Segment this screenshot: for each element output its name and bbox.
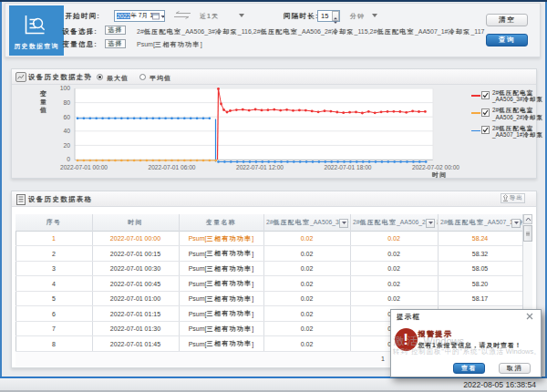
svg-text:2022-07-01 18:00: 2022-07-01 18:00 xyxy=(324,164,371,170)
svg-text:0: 0 xyxy=(67,156,70,162)
svg-text:20: 20 xyxy=(63,142,70,149)
svg-text:60: 60 xyxy=(63,114,70,120)
svg-text:变: 变 xyxy=(39,90,48,98)
svg-text:2022-07-01 12:00: 2022-07-01 12:00 xyxy=(236,164,284,170)
svg-text:40: 40 xyxy=(63,128,70,134)
svg-text:2022-07-01 06:00: 2022-07-01 06:00 xyxy=(148,164,195,170)
svg-text:时间: 时间 xyxy=(432,171,448,179)
svg-text:值: 值 xyxy=(40,107,48,113)
svg-text:量: 量 xyxy=(40,98,48,105)
svg-text:2022-07-02 00:00: 2022-07-02 00:00 xyxy=(412,164,459,170)
svg-text:80: 80 xyxy=(63,99,70,106)
svg-text:100: 100 xyxy=(60,85,71,91)
svg-text:2022-07-01 00:00: 2022-07-01 00:00 xyxy=(60,164,108,170)
